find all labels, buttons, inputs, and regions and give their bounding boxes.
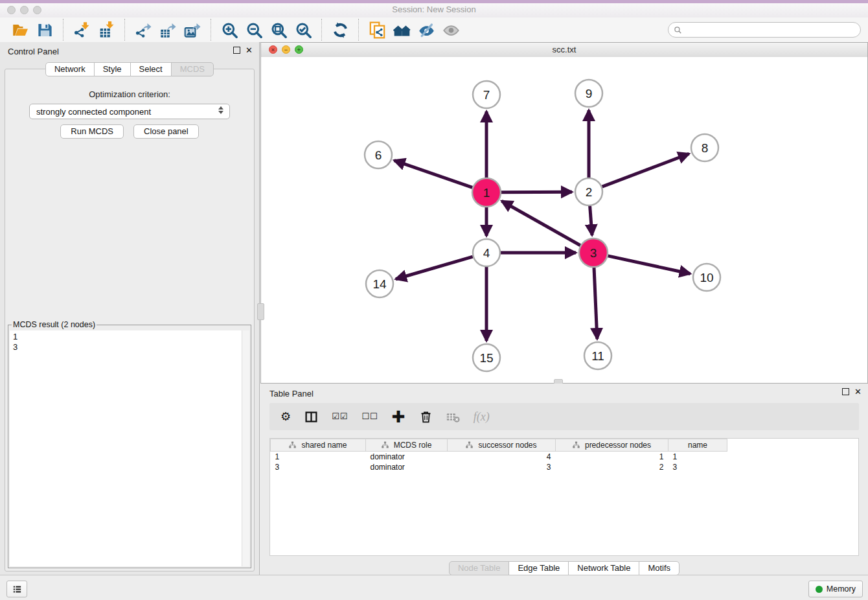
graph-edge[interactable] xyxy=(502,201,580,245)
table-panel-tabs: Node TableEdge TableNetwork TableMotifs xyxy=(260,561,868,575)
table-row[interactable]: 1dominator411 xyxy=(271,452,727,463)
table-panel: Table Panel ✕ ⚙ ☑☑ ☐☐ ✚ f(x) shared name… xyxy=(260,384,868,575)
zoom-fit-icon[interactable] xyxy=(268,19,289,40)
import-table-icon[interactable] xyxy=(96,19,117,40)
gear-icon[interactable]: ⚙ xyxy=(280,410,291,423)
search-icon xyxy=(674,26,682,34)
refresh-network-icon[interactable] xyxy=(330,19,350,40)
graph-edge[interactable] xyxy=(594,268,597,339)
export-table-icon[interactable] xyxy=(157,19,178,40)
close-panel-button[interactable]: Close panel xyxy=(133,124,199,139)
toolbar-separator xyxy=(124,19,125,41)
column-header[interactable]: name xyxy=(668,439,727,452)
graph-node[interactable]: 15 xyxy=(473,344,500,371)
trash-icon[interactable] xyxy=(419,410,433,424)
mcds-result-group: MCDS result (2 nodes) 13 xyxy=(8,320,251,568)
task-history-button[interactable] xyxy=(6,581,27,597)
table-cell[interactable]: 2 xyxy=(556,462,668,472)
table-cell[interactable]: dominator xyxy=(366,462,448,472)
graph-node[interactable]: 1 xyxy=(472,178,501,207)
toolbar-separator xyxy=(211,19,211,41)
column-header[interactable]: successor nodes xyxy=(448,439,556,452)
optimization-select-value: strongly connected component xyxy=(36,107,151,117)
float-table-panel-icon[interactable] xyxy=(842,388,849,395)
graph-node[interactable]: 7 xyxy=(473,81,500,108)
network-view-window: × − + scc.txt 7968124314101511 xyxy=(260,42,868,384)
node-label: 15 xyxy=(479,351,493,365)
table-cell[interactable]: 1 xyxy=(271,452,366,463)
graph-edge[interactable] xyxy=(590,206,592,235)
graph-node[interactable]: 6 xyxy=(365,141,392,168)
control-panel-title: Control Panel xyxy=(8,47,59,56)
table-cell[interactable]: 1 xyxy=(556,452,668,463)
add-column-icon[interactable]: ✚ xyxy=(392,410,405,423)
main-toolbar xyxy=(0,17,868,43)
graph-edge[interactable] xyxy=(501,192,572,192)
deselect-all-icon[interactable]: ☐☐ xyxy=(361,410,378,423)
graph-node[interactable]: 9 xyxy=(575,80,602,107)
node-table: shared nameMCDS rolesuccessor nodesprede… xyxy=(270,439,727,472)
graph-node[interactable]: 14 xyxy=(366,270,393,297)
tab-network-table[interactable]: Network Table xyxy=(568,561,639,575)
tab-select[interactable]: Select xyxy=(130,62,172,76)
export-network-icon[interactable] xyxy=(133,19,154,40)
node-label: 10 xyxy=(700,271,713,284)
table-row[interactable]: 3dominator323 xyxy=(271,462,727,472)
graph-node[interactable]: 3 xyxy=(579,238,608,267)
memory-status-icon xyxy=(816,586,823,593)
hide-selected-icon[interactable] xyxy=(416,19,437,40)
tab-node-table[interactable]: Node Table xyxy=(449,561,510,575)
open-file-icon[interactable] xyxy=(10,19,30,40)
mcds-result-title: MCDS result (2 nodes) xyxy=(12,320,97,329)
tab-network[interactable]: Network xyxy=(45,62,95,76)
zoom-selected-icon[interactable] xyxy=(293,19,314,40)
graph-node[interactable]: 4 xyxy=(473,239,500,266)
table-cell[interactable]: 4 xyxy=(448,452,556,463)
import-network-icon[interactable] xyxy=(71,19,92,40)
zoom-in-icon[interactable] xyxy=(219,19,240,40)
run-mcds-button[interactable]: Run MCDS xyxy=(60,124,124,139)
column-header[interactable]: shared name xyxy=(271,439,366,452)
tab-mcds[interactable]: MCDS xyxy=(171,62,214,76)
close-panel-icon[interactable]: ✕ xyxy=(246,47,253,54)
table-cell[interactable]: dominator xyxy=(366,452,448,463)
node-label: 9 xyxy=(586,87,593,100)
graph-edge[interactable] xyxy=(394,161,473,188)
result-line: 1 xyxy=(13,332,246,342)
float-panel-icon[interactable] xyxy=(233,47,240,54)
split-pane-icon[interactable] xyxy=(304,410,318,424)
vertical-splitter-handle[interactable] xyxy=(257,303,264,320)
close-table-panel-icon[interactable]: ✕ xyxy=(854,388,862,395)
table-cell[interactable]: 3 xyxy=(448,462,556,472)
table-cell[interactable]: 3 xyxy=(271,462,366,472)
search-box[interactable] xyxy=(668,22,861,38)
select-all-icon[interactable]: ☑☑ xyxy=(332,410,348,423)
graph-node[interactable]: 10 xyxy=(693,264,720,291)
tab-motifs[interactable]: Motifs xyxy=(639,561,680,575)
memory-button[interactable]: Memory xyxy=(808,581,863,597)
zoom-out-icon[interactable] xyxy=(244,19,264,40)
optimization-select[interactable]: strongly connected component xyxy=(29,104,230,119)
result-scrollbar[interactable] xyxy=(242,330,249,566)
table-cell[interactable]: 1 xyxy=(668,452,727,463)
column-header[interactable]: MCDS role xyxy=(366,439,448,452)
graph-edge[interactable] xyxy=(608,256,690,274)
search-input[interactable] xyxy=(685,24,860,36)
tab-edge-table[interactable]: Edge Table xyxy=(508,561,569,575)
column-header[interactable]: predecessor nodes xyxy=(556,439,668,452)
export-image-icon[interactable] xyxy=(182,19,203,40)
graph-edge[interactable] xyxy=(396,257,473,279)
table-cell[interactable]: 3 xyxy=(668,462,727,472)
function-builder-icon: f(x) xyxy=(474,410,490,424)
graph-node[interactable]: 2 xyxy=(575,178,602,205)
network-canvas[interactable]: 7968124314101511 xyxy=(261,57,867,383)
graph-node[interactable]: 8 xyxy=(691,134,718,161)
save-session-icon[interactable] xyxy=(34,19,55,40)
mcds-result-text[interactable]: 13 xyxy=(10,330,249,566)
clone-network-icon[interactable] xyxy=(367,19,387,40)
first-neighbors-icon[interactable] xyxy=(391,19,412,40)
tab-style[interactable]: Style xyxy=(94,62,131,76)
graph-node[interactable]: 11 xyxy=(584,342,611,369)
graph-edge[interactable] xyxy=(602,154,689,187)
table-panel-title: Table Panel xyxy=(269,389,314,398)
